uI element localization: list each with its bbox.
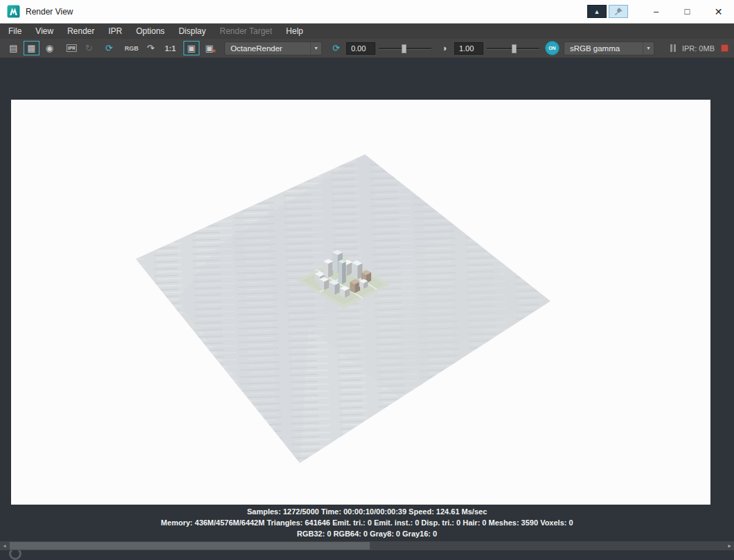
on-toggle-label: ON xyxy=(548,46,556,51)
dock-up-button[interactable]: ▲ xyxy=(587,5,607,18)
render-toolbar: ▤ ▦ ◉ IPR ↻ ⟳ RGB ↷ 1:1 ▣ ▣ ✕ OctaneRend… xyxy=(0,39,734,58)
color-management-toggle[interactable]: ON xyxy=(545,41,560,55)
minimize-button[interactable]: – xyxy=(641,0,672,23)
close-button[interactable]: ✕ xyxy=(703,0,734,23)
maximize-button[interactable]: □ xyxy=(672,0,703,23)
menu-display[interactable]: Display xyxy=(172,24,213,39)
render-icon: ▤ xyxy=(9,43,17,53)
renderer-dropdown[interactable]: OctaneRender ▼ xyxy=(224,42,322,55)
pin-button[interactable] xyxy=(609,5,628,18)
exposure-slider-handle[interactable] xyxy=(402,44,406,53)
reset-exposure-icon: ⟳ xyxy=(332,43,340,53)
colorspace-dropdown-value: sRGB gamma xyxy=(564,44,643,53)
gamma-slider[interactable] xyxy=(487,42,539,55)
up-arrow-icon: ▲ xyxy=(594,8,600,15)
colorspace-dropdown[interactable]: sRGB gamma ▼ xyxy=(564,42,654,55)
menu-ipr[interactable]: IPR xyxy=(102,24,129,39)
chevron-down-icon: ▼ xyxy=(310,42,321,55)
menu-view[interactable]: View xyxy=(28,24,60,39)
real-size-button[interactable]: 1:1 xyxy=(163,44,177,53)
status-line-channels: RGB32: 0 RGB64: 0 Gray8: 0 Gray16: 0 xyxy=(0,528,734,539)
exposure-slider[interactable] xyxy=(379,42,431,55)
camera-icon: ◉ xyxy=(46,43,53,53)
window-title: Render View xyxy=(26,7,73,17)
chevron-down-icon: ▼ xyxy=(643,42,654,55)
ipr-icon: IPR xyxy=(66,44,77,52)
redo-render-icon: ▦ xyxy=(27,43,35,53)
flip-image-button[interactable]: ↷ xyxy=(143,41,159,55)
scrollbar-thumb[interactable] xyxy=(10,542,370,550)
refresh-icon: ↻ xyxy=(85,43,93,53)
gamma-slider-handle[interactable] xyxy=(512,44,517,53)
window-controls: ▲ – □ ✕ xyxy=(587,0,734,24)
render-viewport: Samples: 1272/5000 Time: 00:00:10/00:00:… xyxy=(0,58,734,560)
remove-image-button[interactable]: ▣ ✕ xyxy=(202,41,217,55)
render-status: Samples: 1272/5000 Time: 00:00:10/00:00:… xyxy=(0,506,734,539)
region-refresh-icon: ⟳ xyxy=(105,43,113,53)
keep-image-icon: ▣ xyxy=(187,43,195,53)
contrast-button[interactable]: ◑ xyxy=(436,41,452,55)
renderer-dropdown-value: OctaneRender xyxy=(225,44,310,53)
refresh-ipr-button: ↻ xyxy=(81,41,97,55)
render-scene xyxy=(11,100,710,505)
title-left: Render View xyxy=(7,5,73,18)
stop-render-button[interactable] xyxy=(721,44,728,52)
menu-bar: File View Render IPR Options Display Ren… xyxy=(0,24,734,39)
keep-image-button[interactable]: ▣ xyxy=(184,41,199,55)
contrast-icon: ◑ xyxy=(441,43,447,53)
rgb-display-label[interactable]: RGB xyxy=(123,45,140,52)
snapshot-button[interactable]: ◉ xyxy=(42,41,57,55)
rendered-image[interactable] xyxy=(11,100,710,505)
pin-icon xyxy=(614,7,623,16)
pause-ipr-button[interactable] xyxy=(670,44,676,52)
menu-help[interactable]: Help xyxy=(279,24,310,39)
remove-x-icon: ✕ xyxy=(212,48,216,54)
flip-icon: ↷ xyxy=(147,43,154,53)
horizontal-scrollbar[interactable]: ◂ ▸ xyxy=(0,541,734,550)
ipr-render-button[interactable]: IPR xyxy=(64,41,80,55)
reset-exposure-button[interactable]: ⟳ xyxy=(328,41,344,55)
ipr-memory-label: IPR: 0MB xyxy=(682,44,715,53)
gamma-field[interactable]: 1.00 xyxy=(454,42,483,55)
pause-bar xyxy=(674,44,676,52)
status-line-memory: Memory: 436M/4576M/6442M Triangles: 6416… xyxy=(0,517,734,528)
status-line-samples: Samples: 1272/5000 Time: 00:00:10/00:00:… xyxy=(0,506,734,517)
menu-render-target: Render Target xyxy=(213,24,279,39)
pause-bar xyxy=(670,44,672,52)
menu-file[interactable]: File xyxy=(1,24,28,39)
redo-previous-render-button[interactable]: ▦ xyxy=(24,41,39,55)
scroll-right-arrow-icon[interactable]: ▸ xyxy=(725,541,734,550)
menu-render[interactable]: Render xyxy=(60,24,101,39)
title-bar: Render View ▲ – □ ✕ xyxy=(0,0,734,24)
exposure-field[interactable]: 0.00 xyxy=(346,42,375,55)
maya-logo-icon xyxy=(7,5,20,18)
render-button[interactable]: ▤ xyxy=(6,41,21,55)
scroll-left-arrow-icon[interactable]: ◂ xyxy=(0,541,9,550)
menu-options[interactable]: Options xyxy=(129,24,172,39)
toolbar-right-group: IPR: 0MB xyxy=(670,44,728,53)
update-ipr-region-button[interactable]: ⟳ xyxy=(101,41,117,55)
